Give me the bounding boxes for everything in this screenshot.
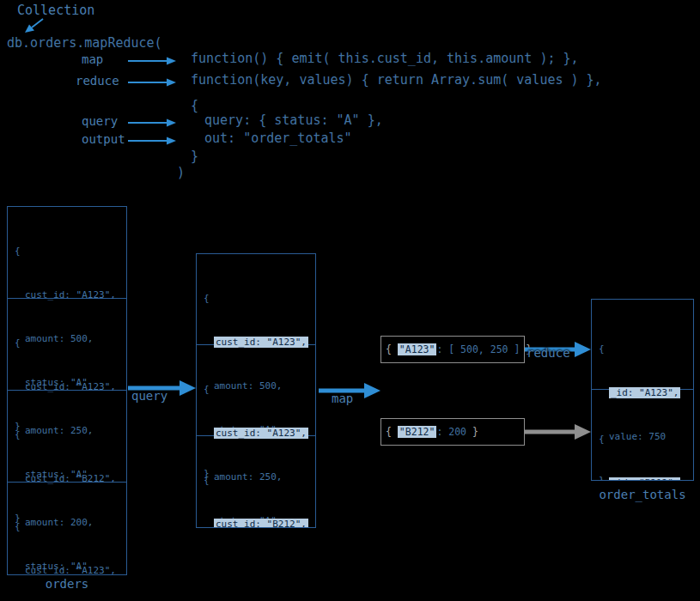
kv-values: : 200 bbox=[436, 426, 472, 438]
kv-key: "A123" bbox=[398, 343, 437, 355]
map-code-line: function() { emit( this.cust_id, this.am… bbox=[191, 51, 579, 66]
output-code-line: out: "order_totals" bbox=[204, 131, 352, 146]
code-close-paren: ) bbox=[177, 165, 185, 180]
kv-open-brace: { bbox=[386, 426, 398, 438]
kv-key: "B212" bbox=[398, 426, 437, 438]
reduce-arrow-icon bbox=[128, 77, 176, 88]
doc-line: cust_id: "B212", bbox=[15, 471, 126, 486]
highlighted-cust-id: cust_id: "B212", bbox=[214, 519, 308, 528]
code-header: db.orders.mapReduce( bbox=[7, 35, 162, 51]
kv-open-brace: { bbox=[386, 343, 398, 355]
highlighted-cust-id: cust_id: "A123", bbox=[214, 337, 308, 348]
doc-line: cust_id: "A123", bbox=[15, 563, 126, 575]
mapreduce-diagram: Collection db.orders.mapReduce( map func… bbox=[0, 0, 700, 601]
kv-close-brace: } bbox=[472, 426, 478, 438]
query-code-line: query: { status: "A" }, bbox=[204, 112, 383, 128]
map-label: map bbox=[82, 52, 103, 66]
doc-line: _id: "A123", bbox=[599, 385, 693, 400]
filtered-docs-box: { cust_id: "A123", amount: 500, status: … bbox=[196, 253, 316, 528]
order-totals-box-label: order_totals bbox=[567, 488, 700, 501]
doc-line: { bbox=[15, 244, 126, 258]
doc-line: cust_id: "A123", bbox=[15, 379, 126, 394]
doc-line: { bbox=[204, 291, 315, 306]
highlighted-id: _id: "A123", bbox=[609, 387, 680, 398]
orders-box-label: orders bbox=[7, 577, 127, 591]
highlighted-cust-id: cust_id: "A123", bbox=[214, 428, 308, 439]
map-output-box-b212: { "B212": 200 } bbox=[380, 418, 525, 446]
doc-line: _id: "B212", bbox=[599, 476, 693, 481]
doc-line: { bbox=[599, 342, 693, 356]
reduce-code-line: function(key, values) { return Array.sum… bbox=[191, 72, 602, 88]
kv-values: : [ 500, 250 ] bbox=[436, 343, 526, 355]
doc-line: cust_id: "A123", bbox=[15, 288, 126, 302]
reduce-arrow-label: reduce bbox=[527, 346, 570, 360]
code-close-brace: } bbox=[191, 149, 198, 164]
output-arrow-icon bbox=[128, 136, 176, 146]
output-label: output bbox=[82, 132, 125, 146]
doc-line: cust_id: "B212", bbox=[204, 517, 315, 528]
map-output-box-a123: { "A123": [ 500, 250 ] } bbox=[380, 336, 525, 363]
passthrough-arrow-icon bbox=[525, 422, 591, 441]
query-arrow-label: query bbox=[131, 389, 167, 403]
collection-arrow-icon bbox=[22, 17, 46, 34]
map-arrow-icon bbox=[128, 56, 176, 66]
query-label: query bbox=[82, 114, 118, 128]
filtered-doc: { cust_id: "A123", amount: 500, status: … bbox=[197, 254, 315, 345]
doc-line: cust_id: "A123", bbox=[204, 335, 315, 349]
orders-collection-box: { cust_id: "A123", amount: 500, status: … bbox=[7, 206, 127, 575]
highlighted-id: _id: "B212", bbox=[609, 477, 680, 481]
doc-line: cust_id: "A123", bbox=[204, 426, 315, 440]
order-totals-box: { _id: "A123", value: 750 } { _id: "B212… bbox=[591, 299, 694, 481]
collection-label: Collection bbox=[17, 3, 94, 18]
query-arrow-icon bbox=[128, 118, 176, 128]
result-doc: { _id: "A123", value: 750 } bbox=[592, 300, 693, 390]
map-arrow-label: map bbox=[332, 392, 353, 405]
order-doc: { cust_id: "A123", amount: 500, status: … bbox=[8, 207, 126, 299]
reduce-label: reduce bbox=[76, 74, 119, 88]
code-open-brace: { bbox=[191, 98, 198, 113]
